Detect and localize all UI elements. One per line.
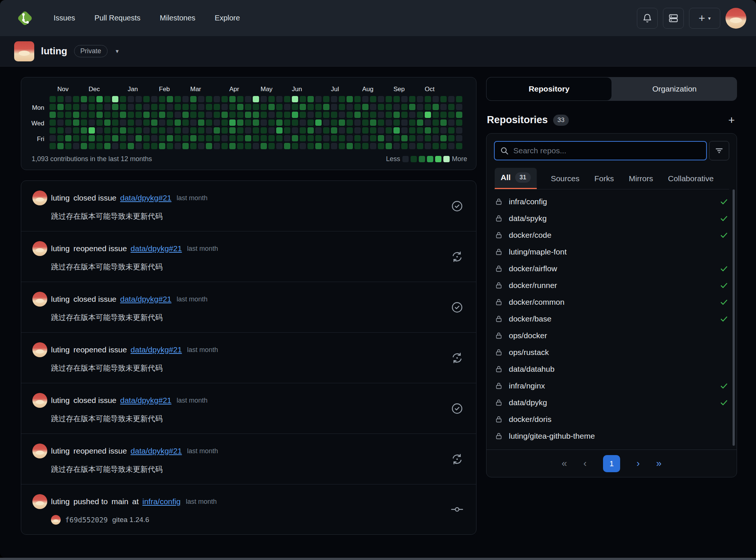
heatmap-cell[interactable]	[378, 127, 384, 134]
feed-repo-link[interactable]: data/dpykg#21	[131, 447, 182, 455]
heatmap-cell[interactable]	[221, 127, 228, 134]
heatmap-cell[interactable]	[190, 143, 197, 149]
heatmap-cell[interactable]	[159, 127, 165, 134]
heatmap-cell[interactable]	[425, 112, 431, 118]
heatmap-cell[interactable]	[300, 96, 306, 102]
heatmap-cell[interactable]	[362, 119, 369, 126]
contributions-heatmap-grid[interactable]	[50, 96, 467, 149]
heatmap-cell[interactable]	[362, 143, 369, 149]
heatmap-cell[interactable]	[96, 119, 103, 126]
heatmap-cell[interactable]	[362, 112, 369, 118]
heatmap-cell[interactable]	[440, 112, 447, 118]
heatmap-cell[interactable]	[315, 135, 322, 141]
heatmap-cell[interactable]	[206, 143, 212, 149]
heatmap-cell[interactable]	[167, 143, 173, 149]
heatmap-cell[interactable]	[284, 135, 290, 141]
heatmap-cell[interactable]	[89, 127, 95, 134]
heatmap-cell[interactable]	[261, 96, 267, 102]
heatmap-cell[interactable]	[307, 143, 314, 149]
heatmap-cell[interactable]	[50, 119, 56, 126]
heatmap-cell[interactable]	[135, 135, 142, 141]
heatmap-cell[interactable]	[73, 119, 79, 126]
heatmap-cell[interactable]	[89, 112, 95, 118]
heatmap-cell[interactable]	[245, 127, 251, 134]
heatmap-cell[interactable]	[425, 119, 431, 126]
heatmap-cell[interactable]	[347, 127, 353, 134]
heatmap-cell[interactable]	[401, 96, 408, 102]
heatmap-cell[interactable]	[378, 135, 384, 141]
heatmap-cell[interactable]	[300, 104, 306, 110]
heatmap-cell[interactable]	[261, 127, 267, 134]
heatmap-cell[interactable]	[198, 119, 204, 126]
heatmap-cell[interactable]	[151, 127, 157, 134]
profile-avatar[interactable]	[14, 41, 34, 61]
commit-hash[interactable]: f69d552029	[65, 516, 108, 524]
heatmap-cell[interactable]	[284, 127, 290, 134]
heatmap-cell[interactable]	[456, 127, 462, 134]
heatmap-cell[interactable]	[182, 143, 189, 149]
heatmap-cell[interactable]	[331, 119, 337, 126]
heatmap-cell[interactable]	[190, 104, 197, 110]
heatmap-cell[interactable]	[81, 112, 87, 118]
heatmap-cell[interactable]	[143, 104, 150, 110]
heatmap-cell[interactable]	[339, 119, 345, 126]
heatmap-cell[interactable]	[354, 96, 361, 102]
heatmap-cell[interactable]	[268, 135, 275, 141]
heatmap-cell[interactable]	[151, 135, 157, 141]
heatmap-cell[interactable]	[206, 112, 212, 118]
heatmap-cell[interactable]	[276, 104, 283, 110]
heatmap-cell[interactable]	[448, 96, 454, 102]
heatmap-cell[interactable]	[221, 135, 228, 141]
feed-user[interactable]: luting	[51, 295, 70, 304]
heatmap-cell[interactable]	[386, 112, 392, 118]
heatmap-cell[interactable]	[284, 112, 290, 118]
heatmap-cell[interactable]	[159, 135, 165, 141]
heatmap-cell[interactable]	[167, 135, 173, 141]
heatmap-cell[interactable]	[417, 104, 423, 110]
heatmap-cell[interactable]	[120, 96, 126, 102]
heatmap-cell[interactable]	[354, 143, 361, 149]
heatmap-cell[interactable]	[401, 143, 408, 149]
heatmap-cell[interactable]	[307, 127, 314, 134]
heatmap-cell[interactable]	[276, 127, 283, 134]
heatmap-cell[interactable]	[370, 119, 376, 126]
heatmap-cell[interactable]	[81, 135, 87, 141]
pagination-page-1-button[interactable]: 1	[603, 455, 620, 472]
heatmap-cell[interactable]	[276, 135, 283, 141]
heatmap-cell[interactable]	[73, 96, 79, 102]
heatmap-cell[interactable]	[143, 119, 150, 126]
filter-tab-mirrors[interactable]: Mirrors	[628, 170, 654, 189]
feed-repo-link[interactable]: data/dpykg#21	[131, 244, 182, 253]
heatmap-cell[interactable]	[276, 96, 283, 102]
heatmap-cell[interactable]	[347, 104, 353, 110]
heatmap-cell[interactable]	[96, 135, 103, 141]
heatmap-cell[interactable]	[57, 112, 64, 118]
heatmap-cell[interactable]	[198, 104, 204, 110]
heatmap-cell[interactable]	[253, 112, 259, 118]
pagination-prev-button[interactable]: ‹	[583, 458, 587, 469]
heatmap-cell[interactable]	[456, 119, 462, 126]
heatmap-cell[interactable]	[347, 96, 353, 102]
repo-row[interactable]: luting/maple-font	[495, 243, 728, 260]
heatmap-cell[interactable]	[229, 119, 236, 126]
heatmap-cell[interactable]	[229, 143, 236, 149]
heatmap-cell[interactable]	[104, 119, 111, 126]
heatmap-cell[interactable]	[159, 112, 165, 118]
heatmap-cell[interactable]	[57, 104, 64, 110]
heatmap-cell[interactable]	[417, 127, 423, 134]
heatmap-cell[interactable]	[175, 104, 181, 110]
heatmap-cell[interactable]	[300, 127, 306, 134]
heatmap-cell[interactable]	[323, 96, 329, 102]
heatmap-cell[interactable]	[221, 143, 228, 149]
heatmap-cell[interactable]	[393, 112, 400, 118]
heatmap-cell[interactable]	[331, 135, 337, 141]
heatmap-cell[interactable]	[89, 104, 95, 110]
heatmap-cell[interactable]	[386, 135, 392, 141]
heatmap-cell[interactable]	[65, 143, 71, 149]
filter-tab-sources[interactable]: Sources	[550, 170, 580, 189]
nav-link-issues[interactable]: Issues	[54, 14, 75, 22]
heatmap-cell[interactable]	[50, 96, 56, 102]
heatmap-cell[interactable]	[433, 119, 439, 126]
heatmap-cell[interactable]	[370, 96, 376, 102]
repo-filter-button[interactable]	[709, 141, 729, 160]
